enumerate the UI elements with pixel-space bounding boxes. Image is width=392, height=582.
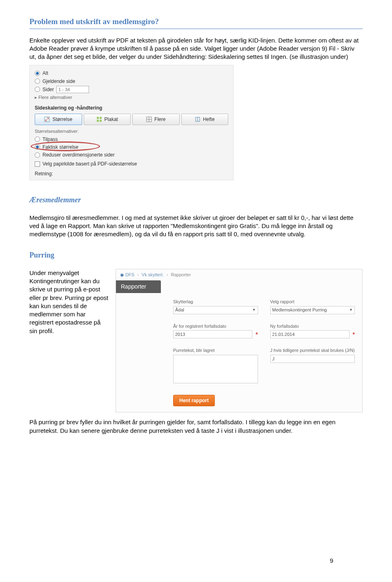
adobe-print-panel: Alt Gjeldende side Sider Flere alternati…: [29, 65, 234, 180]
tab-label: Størrelse: [52, 116, 72, 123]
radio-option-faktisk[interactable]: Faktisk størrelse: [35, 144, 228, 150]
checkbox-papirkilde[interactable]: Velg papirkilde basert på PDF-sidestørre…: [35, 161, 228, 167]
input-ny-forfall[interactable]: 21.01.2014: [270, 330, 350, 338]
input-j[interactable]: J: [270, 355, 355, 363]
radio-option-gjeldende[interactable]: Gjeldende side: [35, 78, 228, 85]
svg-rect-2: [100, 117, 102, 119]
label-skytterlag: Skytterlag: [173, 299, 258, 305]
radio-icon: [35, 71, 40, 76]
input-aar[interactable]: 2013: [173, 330, 252, 338]
more-options-disclosure[interactable]: Flere alternativer: [35, 94, 228, 101]
radio-label: Alt: [42, 70, 48, 76]
multiple-icon: [146, 116, 152, 122]
rapporter-panel: ◉ DFS › Vk skytterl. › Rapporter Rapport…: [116, 269, 363, 412]
hent-rapport-button[interactable]: Hent rapport: [173, 395, 215, 406]
tab-multiple[interactable]: Flere: [132, 114, 180, 125]
panel-title: Rapporter: [116, 280, 161, 293]
radio-label: Tilpass: [42, 136, 58, 143]
dropdown-value: Medlemskontingent Purring: [272, 307, 327, 313]
radio-option-sider[interactable]: Sider: [35, 86, 228, 93]
scaling-tab-row: Størrelse Plakat Flere Hefte: [35, 114, 228, 125]
checkbox-icon: [35, 161, 40, 167]
paragraph-problem: Enkelte opplever ved utskrift av PDF at …: [29, 36, 363, 61]
breadcrumb-leaf: Rapporter: [171, 272, 191, 277]
label-j-hvis: J hvis tidligere purretekst skal brukes …: [270, 347, 355, 354]
radio-icon: [35, 78, 40, 84]
input-value: J: [272, 356, 275, 362]
breadcrumb-mid[interactable]: Vk skytterl.: [142, 272, 164, 277]
label-velg-rapport: Velg rapport: [270, 299, 355, 305]
page-number: 9: [330, 557, 333, 565]
tab-poster[interactable]: Plakat: [84, 114, 131, 125]
purring-aside-text: Under menyvalget Kontingentrutinger kan …: [29, 269, 109, 335]
dropdown-value: Ådal: [175, 307, 184, 313]
svg-rect-4: [100, 120, 102, 122]
label-aar: År for registrert forfallsdato: [173, 323, 252, 329]
radio-label: Reduser overdimensjonerte sider: [42, 152, 115, 158]
radio-icon: [35, 87, 40, 92]
breadcrumb: ◉ DFS › Vk skytterl. › Rapporter: [116, 269, 362, 280]
radio-option-tilpass[interactable]: Tilpass: [35, 136, 228, 143]
pages-range-input[interactable]: [56, 86, 89, 93]
booklet-icon: [195, 116, 200, 122]
chevron-down-icon: ▼: [349, 307, 353, 312]
paragraph-purring-below: På purring pr brev fyller du inn hvilket…: [29, 418, 363, 435]
tab-size[interactable]: Størrelse: [35, 114, 82, 125]
heading-aeresmedlemmer: Æresmedlemmer: [29, 195, 363, 205]
tab-label: Flere: [154, 116, 165, 123]
heading-purring: Purring: [29, 250, 363, 260]
heading-problem: Problem med utskrift av medlemsgiro?: [29, 16, 363, 27]
checkbox-label: Velg papirkilde basert på PDF-sidestørre…: [42, 161, 137, 167]
size-icon: [44, 116, 50, 122]
dropdown-skytterlag[interactable]: Ådal ▼: [173, 306, 258, 314]
svg-rect-1: [97, 117, 99, 119]
scaling-heading: Sideskalering og -håndtering: [35, 105, 228, 111]
orientation-label: Retning:: [35, 170, 228, 177]
radio-icon: [35, 137, 40, 142]
input-value: 21.01.2014: [272, 331, 295, 338]
radio-option-alt[interactable]: Alt: [35, 70, 228, 76]
breadcrumb-root[interactable]: DFS: [125, 272, 134, 277]
breadcrumb-home-icon: ◉: [120, 272, 124, 277]
tab-label: Plakat: [105, 116, 118, 123]
paragraph-aeresmedlemmer: Medlemsgiro til æresmedlemmer. I og med …: [29, 214, 363, 239]
label-purretekst: Purretekst, blir lagret: [173, 347, 258, 354]
radio-label: Sider: [42, 86, 54, 93]
input-value: 2013: [175, 331, 185, 338]
size-alternatives-label: Størrelsesalternativer:: [35, 128, 228, 134]
textarea-purretekst[interactable]: [173, 355, 258, 383]
poster-icon: [96, 116, 102, 122]
radio-icon: [35, 152, 40, 158]
required-asterisk: *: [256, 331, 258, 338]
required-asterisk: *: [353, 331, 355, 338]
radio-label: Gjeldende side: [42, 78, 75, 85]
radio-icon: [35, 144, 40, 150]
heading-underline: [29, 29, 363, 29]
tab-label: Hefte: [203, 116, 215, 123]
svg-rect-3: [97, 120, 99, 122]
radio-option-reduser[interactable]: Reduser overdimensjonerte sider: [35, 152, 228, 158]
radio-label: Faktisk størrelse: [42, 144, 78, 150]
label-ny-forfall: Ny forfallsdato: [270, 323, 350, 329]
dropdown-velg-rapport[interactable]: Medlemskontingent Purring ▼: [270, 306, 355, 314]
tab-booklet[interactable]: Hefte: [181, 114, 229, 125]
chevron-down-icon: ▼: [252, 307, 256, 312]
